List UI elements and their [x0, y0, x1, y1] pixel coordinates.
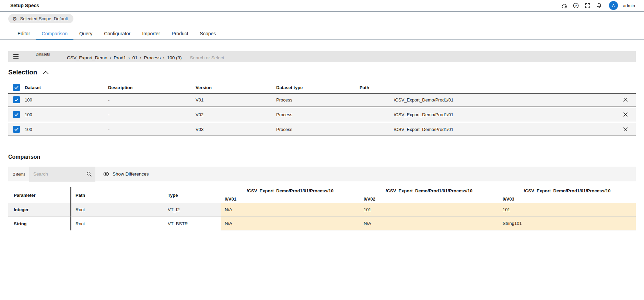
tab-configurator[interactable]: Configurator	[98, 29, 136, 39]
cell-path: /CSV_Export_Demo/Prod1/01	[360, 112, 615, 117]
cell-parameter: Integer	[8, 203, 70, 217]
breadcrumb-item-01[interactable]: 01	[132, 55, 138, 60]
cell-value-v01: N/A	[221, 203, 360, 217]
select-all-checkbox[interactable]	[13, 84, 20, 91]
version-column-header-v01: /CSV_Export_Demo/Prod1/01/Process/10 0/V…	[221, 187, 360, 203]
breadcrumb-separator: ›	[163, 55, 165, 60]
cell-dataset: 100	[25, 112, 108, 117]
header-actions: ? A admin	[561, 1, 635, 10]
app-title: Setup Specs	[10, 3, 39, 8]
column-header-description: Description	[108, 85, 196, 90]
dataset-search-input[interactable]	[190, 55, 613, 60]
breadcrumb-item-100[interactable]: 100 (3)	[167, 55, 182, 60]
cell-dataset-type: Process	[276, 97, 360, 103]
table-row[interactable]: 100 - V03 Process /CSV_Export_Demo/Prod1…	[8, 123, 636, 136]
tab-query[interactable]: Query	[73, 29, 98, 39]
tab-bar: Editor Comparison Query Configurator Imp…	[0, 29, 644, 40]
table-row[interactable]: 100 - V02 Process /CSV_Export_Demo/Prod1…	[8, 108, 636, 121]
cell-value-v03: String101	[499, 217, 636, 230]
show-differences-toggle[interactable]: Show Differences	[103, 171, 149, 177]
version-column-header-v02: /CSV_Export_Demo/Prod1/01/Process/10 0/V…	[360, 187, 499, 203]
cell-description: -	[108, 97, 196, 103]
remove-row-close-icon[interactable]	[623, 97, 628, 103]
headset-icon[interactable]	[561, 2, 567, 9]
cell-version: V01	[196, 97, 276, 103]
cell-version: V02	[196, 112, 276, 117]
app-header: Setup Specs ? A	[0, 0, 644, 12]
search-icon	[86, 171, 92, 177]
cell-value-v02: 101	[360, 203, 499, 217]
cell-path: /CSV_Export_Demo/Prod1/01	[360, 127, 615, 132]
table-row[interactable]: String Root VT_BSTR N/A N/A String101	[8, 217, 636, 230]
group-path-label: /CSV_Export_Demo/Prod1/01/Process/10	[499, 188, 636, 193]
breadcrumb-item-process[interactable]: Process	[144, 55, 161, 60]
column-header-path: Path	[70, 187, 164, 203]
tab-comparison[interactable]: Comparison	[36, 29, 73, 40]
comparison-search-input[interactable]	[33, 171, 86, 177]
collapse-chevron-up-icon[interactable]	[43, 71, 49, 74]
version-label: 0/V03	[499, 196, 636, 202]
cell-parameter: String	[8, 217, 70, 230]
comparison-search	[29, 167, 95, 181]
cell-value-v01: N/A	[221, 217, 360, 230]
datasets-bar: Datasets CSV_Export_Demo › Prod1 › 01 › …	[8, 51, 636, 62]
eye-icon	[103, 171, 109, 177]
cell-version: V03	[196, 127, 276, 132]
selection-title: Selection	[8, 69, 37, 76]
comparison-toolbar: 2 items Show Differences	[8, 167, 636, 181]
row-checkbox[interactable]	[13, 111, 20, 118]
cell-dataset-type: Process	[276, 127, 360, 132]
cell-value-v03: 101	[499, 203, 636, 217]
menu-hamburger-icon[interactable]	[13, 54, 19, 59]
column-header-dataset-type: Dataset type	[276, 85, 360, 90]
cell-description: -	[108, 127, 196, 132]
group-path-label: /CSV_Export_Demo/Prod1/01/Process/10	[360, 188, 499, 193]
breadcrumb-separator: ›	[110, 55, 112, 60]
selection-table: Dataset Description Version Dataset type…	[8, 82, 636, 136]
items-count-label: 2 items	[13, 172, 29, 176]
row-checkbox[interactable]	[13, 126, 20, 133]
tab-importer[interactable]: Importer	[136, 29, 166, 39]
column-header-parameter: Parameter	[8, 187, 70, 203]
comparison-table-header: Parameter Path Type /CSV_Export_Demo/Pro…	[8, 187, 636, 203]
tab-editor[interactable]: Editor	[12, 29, 36, 39]
comparison-title: Comparison	[8, 154, 644, 161]
selected-scope-label: Selected Scope: Default	[20, 16, 68, 21]
user-avatar[interactable]: A	[609, 1, 618, 10]
breadcrumb-item-root[interactable]: CSV_Export_Demo	[67, 55, 107, 60]
comparison-table: Parameter Path Type /CSV_Export_Demo/Pro…	[8, 187, 636, 230]
remove-row-close-icon[interactable]	[623, 127, 628, 132]
tab-product[interactable]: Product	[166, 29, 194, 39]
selected-scope-chip[interactable]: ⚙ Selected Scope: Default	[8, 14, 73, 23]
selection-table-header: Dataset Description Version Dataset type…	[8, 82, 636, 94]
cell-value-v02: N/A	[360, 217, 499, 230]
column-header-dataset: Dataset	[25, 85, 108, 90]
dataset-search	[190, 53, 636, 60]
breadcrumb-separator: ›	[128, 55, 130, 60]
remove-row-close-icon[interactable]	[623, 112, 628, 117]
fullscreen-icon[interactable]	[584, 2, 591, 9]
column-header-type: Type	[164, 187, 221, 203]
cell-description: -	[108, 112, 196, 117]
help-icon[interactable]: ?	[573, 2, 579, 9]
cell-type: VT_BSTR	[164, 217, 221, 230]
cell-dataset: 100	[25, 127, 108, 132]
cell-type: VT_I2	[164, 203, 221, 217]
gear-icon: ⚙	[12, 16, 17, 21]
cell-dataset-type: Process	[276, 112, 360, 117]
row-checkbox[interactable]	[13, 96, 20, 103]
breadcrumb: CSV_Export_Demo › Prod1 › 01 › Process ›…	[67, 53, 182, 60]
table-row[interactable]: 100 - V01 Process /CSV_Export_Demo/Prod1…	[8, 94, 636, 107]
selection-section-heading: Selection	[8, 69, 644, 76]
column-header-path: Path	[360, 85, 615, 90]
cell-path: Root	[70, 217, 164, 230]
notifications-bell-icon[interactable]	[596, 2, 602, 9]
column-header-version: Version	[196, 85, 276, 90]
tab-scopes[interactable]: Scopes	[194, 29, 222, 39]
breadcrumb-item-prod1[interactable]: Prod1	[114, 55, 126, 60]
version-label: 0/V01	[221, 196, 360, 202]
table-row[interactable]: Integer Root VT_I2 N/A 101 101	[8, 203, 636, 217]
show-differences-label: Show Differences	[113, 171, 149, 177]
cell-dataset: 100	[25, 97, 108, 103]
version-column-header-v03: /CSV_Export_Demo/Prod1/01/Process/10 0/V…	[499, 187, 636, 203]
